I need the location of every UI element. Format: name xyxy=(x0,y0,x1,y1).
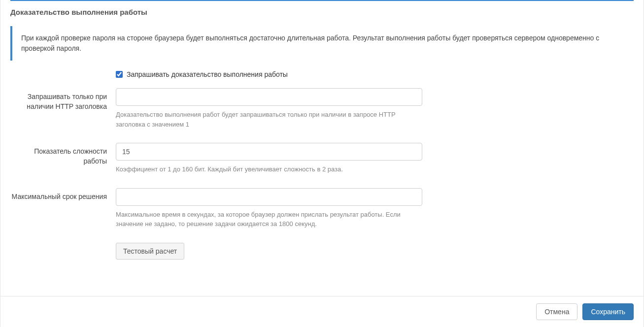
enable-checkbox-label[interactable]: Запрашивать доказательство выполнения ра… xyxy=(127,70,288,78)
test-calculation-button[interactable]: Тестовый расчет xyxy=(116,243,184,260)
difficulty-help: Коэффициент от 1 до 160 бит. Каждый бит … xyxy=(116,164,422,174)
enable-row: Запрашивать доказательство выполнения ра… xyxy=(10,70,634,78)
max-time-row: Максимальный срок решения Максимальное в… xyxy=(10,188,634,229)
max-time-help: Максимальное время в секундах, за которо… xyxy=(116,210,422,229)
http-header-help: Доказательство выполнения работ будет за… xyxy=(116,110,422,129)
form-area: Запрашивать доказательство выполнения ра… xyxy=(0,70,644,303)
footer: Отмена Сохранить xyxy=(0,296,644,327)
http-header-label: Запрашивать только при наличии HTTP заго… xyxy=(10,88,116,111)
empty-label-2 xyxy=(10,243,116,247)
info-box: При каждой проверке пароля на стороне бр… xyxy=(10,26,634,61)
cancel-button[interactable]: Отмена xyxy=(536,303,577,320)
difficulty-label: Показатель сложности работы xyxy=(10,143,116,166)
difficulty-input[interactable] xyxy=(116,143,422,161)
difficulty-row: Показатель сложности работы Коэффициент … xyxy=(10,143,634,174)
http-header-row: Запрашивать только при наличии HTTP заго… xyxy=(10,88,634,129)
test-button-row: Тестовый расчет xyxy=(10,243,634,260)
settings-panel: Доказательство выполнения работы При каж… xyxy=(0,0,644,327)
save-button[interactable]: Сохранить xyxy=(582,303,634,320)
enable-checkbox-wrap[interactable]: Запрашивать доказательство выполнения ра… xyxy=(116,70,422,78)
http-header-input[interactable] xyxy=(116,88,422,106)
section-title: Доказательство выполнения работы xyxy=(0,1,644,26)
max-time-label: Максимальный срок решения xyxy=(10,188,116,202)
max-time-input[interactable] xyxy=(116,188,422,206)
enable-checkbox[interactable] xyxy=(116,71,123,78)
